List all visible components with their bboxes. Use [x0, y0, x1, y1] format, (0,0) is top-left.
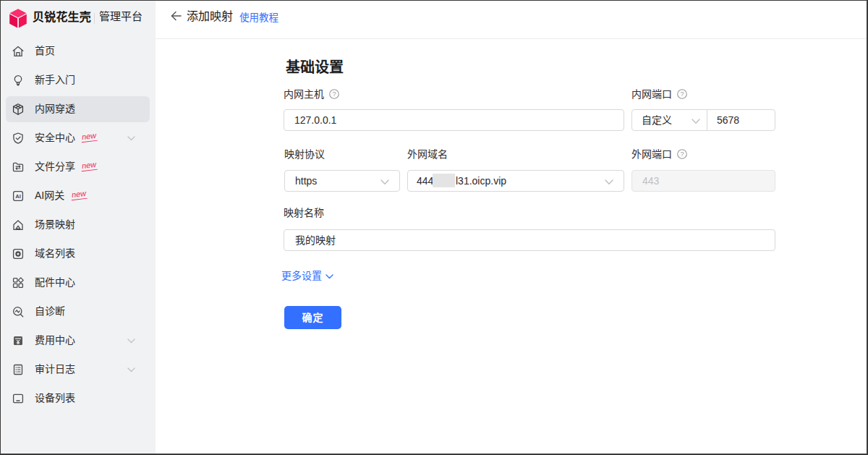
svg-text:?: ? [680, 90, 684, 98]
svg-text:AI: AI [15, 193, 21, 200]
svg-text:?: ? [680, 150, 684, 158]
svg-text:?: ? [332, 90, 336, 98]
